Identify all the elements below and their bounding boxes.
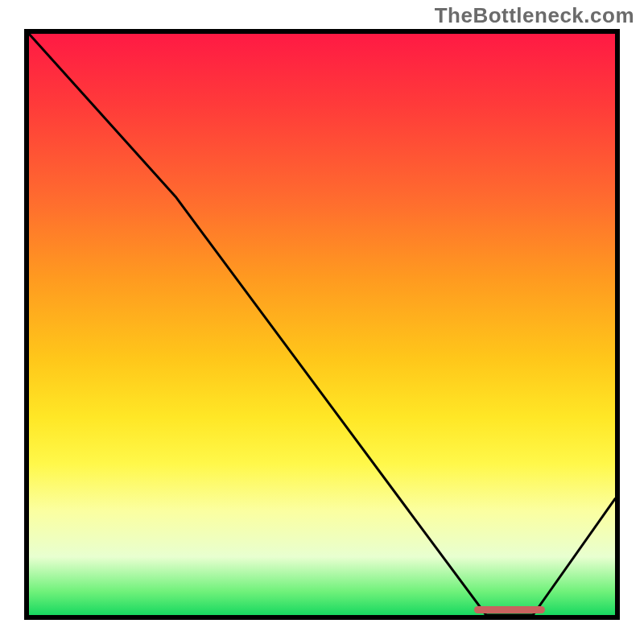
plot-gradient-background	[29, 34, 615, 615]
bottleneck-curve-path	[29, 34, 615, 615]
plot-frame	[24, 29, 620, 620]
watermark-text: TheBottleneck.com	[435, 3, 634, 28]
minimum-band-marker	[474, 606, 544, 613]
line-series	[29, 34, 615, 615]
chart-stage: TheBottleneck.com	[0, 0, 644, 644]
